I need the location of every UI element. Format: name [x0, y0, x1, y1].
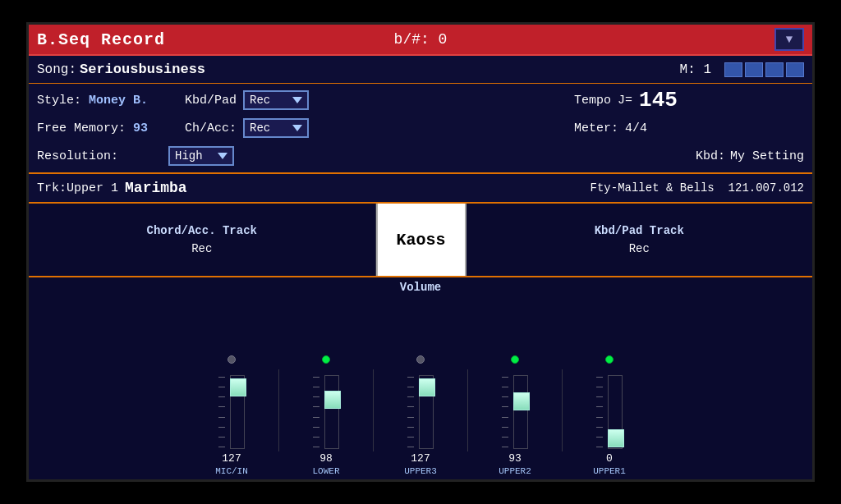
fader-label: UPPER1	[593, 466, 626, 476]
fader-label: UPPER3	[404, 466, 437, 476]
fty-info: Fty-Mallet & Bells 121.007.012	[591, 181, 804, 195]
style-label: Style: Money B.	[37, 94, 168, 108]
ch-acc-arrow-icon	[292, 125, 302, 131]
meter-group: Meter: 4/4	[574, 121, 804, 135]
fader-value: 93	[508, 452, 522, 465]
fader-label: MIC/IN	[215, 466, 248, 476]
fader-label: LOWER	[312, 466, 339, 476]
kbd-setting-value: My Setting	[730, 149, 804, 163]
resolution-arrow-icon	[218, 153, 227, 159]
fader-handle[interactable]	[419, 378, 435, 396]
song-label: Song:	[37, 62, 76, 77]
volume-section: Volume 127MIC/IN98LOWER127UPPER393UPPER2…	[29, 277, 812, 479]
song-block	[765, 62, 784, 77]
info-section: Style: Money B. Kbd/Pad Rec Tempo J= 145…	[29, 84, 812, 174]
fader-separator	[278, 369, 279, 451]
measure-display: M: 1	[680, 62, 711, 77]
fader-track[interactable]	[324, 375, 339, 449]
fader-value: 0	[606, 452, 613, 465]
song-block	[724, 62, 742, 77]
fader-track[interactable]	[513, 375, 528, 449]
fader-handle[interactable]	[324, 391, 341, 409]
fader-marks	[407, 375, 416, 449]
fader-track[interactable]	[230, 375, 245, 449]
fader-value: 127	[411, 452, 430, 465]
fader-marks	[218, 375, 227, 449]
ch-acc-value: Rec	[250, 121, 289, 135]
fader-led	[605, 355, 614, 364]
memory-row: Free Memory: 93 Ch/Acc: Rec Meter: 4/4	[29, 114, 812, 142]
ckk-section: Chord/Acc. Track Rec Kaoss Kbd/Pad Track…	[29, 204, 812, 277]
ch-acc-group: Ch/Acc: Rec	[185, 118, 574, 138]
chord-track-panel: Chord/Acc. Track Rec	[29, 204, 376, 276]
volume-title: Volume	[29, 281, 812, 294]
song-name: Seriousbusiness	[80, 62, 205, 77]
kbd-label: Kbd:	[696, 149, 725, 163]
title-bar: B.Seq Record b/#: 0	[29, 25, 812, 56]
tempo-group: Tempo J= 145	[574, 88, 804, 112]
song-blocks	[724, 62, 804, 77]
kaoss-panel[interactable]: Kaoss	[376, 204, 466, 276]
song-block	[786, 62, 804, 77]
ch-acc-label: Ch/Acc:	[185, 121, 237, 135]
fader-marks	[596, 375, 604, 449]
style-value: Money B.	[89, 94, 148, 108]
tempo-j-label: J=	[618, 94, 632, 108]
fader-led	[322, 355, 330, 364]
main-screen: B.Seq Record b/#: 0 Song: Seriousbusines…	[26, 22, 815, 482]
app-title: B.Seq Record	[37, 30, 165, 49]
kbd-pad-label: Kbd/Pad	[185, 94, 237, 108]
kaoss-label: Kaoss	[396, 231, 445, 250]
kbd-pad-arrow-icon	[292, 97, 302, 103]
fader-led	[416, 355, 425, 364]
kbd-pad-track-header: Kbd/Pad Track	[595, 224, 684, 237]
fader-marks	[313, 375, 321, 449]
meter-label: Meter:	[574, 121, 618, 135]
instrument-name: Marimba	[125, 180, 187, 196]
fader-track[interactable]	[419, 375, 434, 449]
kbd-pad-select[interactable]: Rec	[243, 90, 309, 110]
fader-separator	[562, 369, 563, 451]
tempo-value: 145	[639, 88, 678, 112]
fader-track[interactable]	[608, 375, 623, 449]
kbd-track-panel: Kbd/Pad Track Rec	[466, 204, 813, 276]
fader-group: 0UPPER1	[564, 297, 655, 476]
fader-led	[227, 355, 236, 364]
fader-group: 127MIC/IN	[186, 297, 277, 476]
fader-value: 127	[222, 452, 241, 465]
fader-handle[interactable]	[230, 378, 246, 396]
resolution-select[interactable]: High	[168, 146, 234, 166]
song-block	[745, 62, 763, 77]
kbd-pad-value: Rec	[250, 94, 289, 107]
chord-rec: Rec	[191, 242, 212, 255]
fader-led	[511, 355, 519, 364]
fader-value: 98	[319, 452, 333, 465]
dropdown-button[interactable]	[774, 28, 804, 51]
bh-display: b/#: 0	[394, 31, 448, 48]
kbd-setting-group: Kbd: My Setting	[696, 149, 804, 163]
kbd-pad-group: Kbd/Pad Rec	[185, 90, 574, 110]
fader-group: 98LOWER	[281, 297, 371, 476]
resolution-label: Resolution:	[37, 149, 168, 163]
faders-container: 127MIC/IN98LOWER127UPPER393UPPER20UPPER1	[29, 297, 812, 476]
fader-handle[interactable]	[513, 392, 530, 410]
fader-marks	[502, 375, 510, 449]
style-row: Style: Money B. Kbd/Pad Rec Tempo J= 145	[29, 86, 812, 114]
fader-handle[interactable]	[608, 429, 624, 447]
resolution-value: High	[175, 149, 214, 163]
resolution-row: Resolution: High Kbd: My Setting	[29, 142, 812, 170]
fader-separator	[373, 369, 374, 451]
meter-value: 4/4	[625, 121, 647, 135]
fader-label: UPPER2	[499, 466, 531, 476]
fader-group: 127UPPER3	[375, 297, 466, 476]
fader-separator	[467, 369, 468, 451]
track-row: Trk:Upper 1 Marimba Fty-Mallet & Bells 1…	[29, 174, 812, 204]
free-memory-value: 93	[133, 121, 148, 135]
song-row: Song: Seriousbusiness M: 1	[29, 56, 812, 84]
kbd-rec: Rec	[629, 242, 650, 255]
tempo-label: Tempo	[574, 94, 611, 108]
trk-label: Trk:Upper 1	[37, 181, 118, 195]
ch-acc-select[interactable]: Rec	[243, 118, 309, 138]
fader-group: 93UPPER2	[470, 297, 560, 476]
free-memory-label: Free Memory: 93	[37, 121, 168, 135]
